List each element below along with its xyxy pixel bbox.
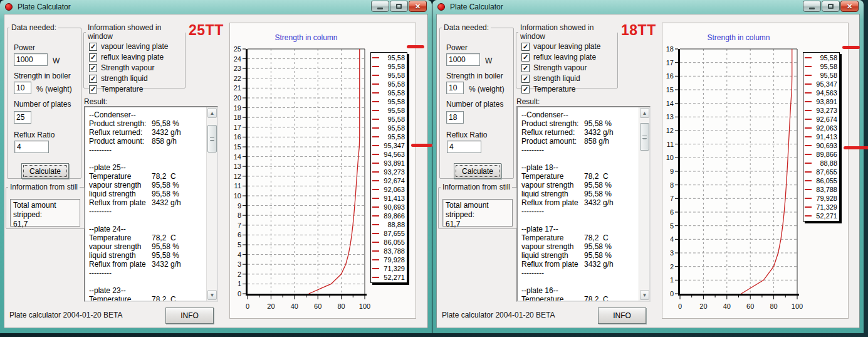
titlebar[interactable]: Plate Calculator ✕ — [432, 0, 864, 14]
legend-item: 95,58 — [803, 53, 839, 62]
checkbox-item[interactable]: ✓Temperature — [521, 84, 617, 94]
checkbox-check-icon[interactable]: ✓ — [89, 53, 97, 62]
svg-text:100: 100 — [792, 302, 803, 310]
legend-dash-icon — [805, 171, 812, 173]
legend-dash-icon — [372, 233, 379, 234]
checkbox-check-icon[interactable]: ✓ — [89, 85, 97, 94]
legend-item: 88,88 — [371, 220, 407, 229]
boiler-strength-input[interactable] — [446, 82, 464, 94]
legend-value: 93,273 — [813, 107, 837, 114]
minimize-button[interactable] — [371, 1, 389, 12]
checkbox-check-icon[interactable]: ✓ — [89, 64, 97, 72]
svg-text:24: 24 — [234, 55, 241, 63]
legend-item: 93,273 — [371, 168, 407, 176]
maximize-button[interactable] — [822, 1, 840, 12]
checkbox-check-icon[interactable]: ✓ — [89, 43, 97, 51]
legend-item: 95,58 — [371, 62, 407, 71]
svg-text:100: 100 — [359, 302, 370, 310]
legend-dash-icon — [805, 180, 812, 181]
svg-text:18: 18 — [666, 45, 674, 53]
reflux-ratio-input[interactable] — [447, 141, 481, 153]
close-button[interactable]: ✕ — [409, 1, 427, 12]
result-line: --plate 23-- — [89, 286, 206, 295]
checkbox-check-icon[interactable]: ✓ — [521, 64, 530, 72]
plates-input[interactable] — [446, 111, 464, 124]
result-line: Reflux returned:3432 g/h — [521, 128, 639, 137]
red-marker-line — [411, 144, 432, 147]
result-line: --plate 24-- — [89, 225, 206, 233]
svg-text:7: 7 — [670, 195, 674, 202]
checkbox-check-icon[interactable]: ✓ — [521, 85, 530, 94]
legend-item: 95,58 — [371, 71, 407, 80]
legend-value: 95,58 — [381, 115, 405, 123]
svg-text:80: 80 — [770, 302, 777, 310]
status-text: Plate calculator 2004-01-20 BETA — [9, 311, 123, 319]
result-line: Temperature78,2 C — [89, 172, 206, 181]
scrollbar-thumb[interactable] — [207, 125, 217, 152]
svg-text:23: 23 — [234, 65, 241, 72]
info-button[interactable]: INFO — [165, 308, 214, 324]
result-textarea[interactable]: --Condenser--Product strength:95,58 %Ref… — [84, 106, 218, 302]
power-input[interactable] — [446, 53, 480, 66]
checkbox-item[interactable]: ✓strength liquid — [89, 73, 185, 83]
checkbox-check-icon[interactable]: ✓ — [521, 43, 530, 51]
result-scrollbar[interactable]: ▲ ▼ — [639, 107, 649, 301]
result-line: Reflux from plate3432 g/h — [521, 260, 639, 269]
legend-dash-icon — [805, 189, 812, 190]
svg-text:15: 15 — [234, 143, 241, 151]
info-button[interactable]: INFO — [598, 308, 646, 324]
checkbox-item[interactable]: ✓strength liquid — [521, 73, 617, 83]
legend-dash-icon — [805, 101, 812, 102]
checkbox-item[interactable]: ✓Strength vapour — [89, 63, 185, 73]
app-icon — [5, 3, 13, 11]
result-scrollbar[interactable]: ▲ ▼ — [206, 107, 217, 301]
checkbox-check-icon[interactable]: ✓ — [521, 75, 530, 83]
titlebar[interactable]: Plate Calculator ✕ — [0, 0, 432, 14]
legend-dash-icon — [372, 189, 379, 190]
close-button[interactable]: ✕ — [840, 1, 859, 12]
result-line: Temperature78,2 C — [89, 295, 206, 302]
legend-value: 94,563 — [813, 89, 837, 97]
scroll-up-icon[interactable]: ▲ — [207, 108, 217, 118]
boiler-strength-input[interactable] — [14, 82, 31, 94]
checkbox-item[interactable]: ✓Temperature — [89, 84, 185, 94]
scroll-down-icon[interactable]: ▼ — [207, 290, 217, 300]
checkbox-item[interactable]: ✓reflux leaving plate — [89, 52, 185, 62]
legend-item: 92,674 — [803, 115, 839, 124]
checkbox-item[interactable]: ✓Strength vapour — [521, 63, 617, 73]
legend-dash-icon — [805, 127, 812, 129]
legend-value: 94,563 — [381, 151, 405, 158]
result-line: --------- — [521, 146, 639, 154]
result-line: Product amount:858 g/h — [521, 137, 639, 146]
checkbox-label: vapour leaving plate — [533, 42, 600, 51]
result-line: liquid strength95,58 % — [521, 190, 639, 198]
legend-item: 79,928 — [371, 255, 407, 264]
calculate-button[interactable]: Calculate — [21, 163, 69, 179]
data-needed-group: Data needed: Power W Strength in boiler … — [7, 23, 81, 179]
svg-text:14: 14 — [234, 153, 241, 161]
scrollbar-thumb[interactable] — [640, 123, 649, 151]
legend-dash-icon — [372, 163, 379, 164]
checkbox-check-icon[interactable]: ✓ — [89, 75, 97, 83]
calculate-button[interactable]: Calculate — [454, 163, 501, 179]
plates-input[interactable] — [14, 111, 31, 124]
app-icon — [437, 3, 445, 11]
checkbox-item[interactable]: ✓reflux leaving plate — [521, 52, 617, 62]
checkbox-item[interactable]: ✓vapour leaving plate — [89, 41, 185, 51]
result-label: Result: — [516, 97, 540, 106]
maximize-button[interactable] — [390, 1, 408, 12]
checkbox-item[interactable]: ✓vapour leaving plate — [521, 41, 617, 51]
minimize-button[interactable] — [803, 1, 821, 12]
checkbox-check-icon[interactable]: ✓ — [521, 53, 530, 62]
scroll-up-icon[interactable]: ▲ — [640, 108, 649, 118]
reflux-ratio-input[interactable] — [14, 141, 49, 153]
power-input[interactable] — [14, 53, 48, 66]
scroll-down-icon[interactable]: ▼ — [640, 290, 649, 300]
result-textarea[interactable]: --Condenser--Product strength:95,58 %Ref… — [516, 106, 651, 302]
checkbox-label: Temperature — [101, 85, 143, 94]
legend-value: 95,58 — [813, 54, 837, 62]
red-marker-line — [842, 46, 860, 49]
chart-title: Strength in column — [248, 33, 365, 42]
result-line: --plate 17-- — [521, 225, 639, 233]
legend-item: 52,271 — [803, 211, 839, 220]
